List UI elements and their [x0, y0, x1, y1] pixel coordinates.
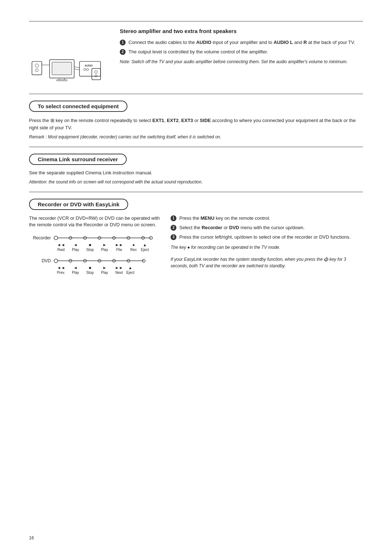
rec-btn-stop-icon: ■: [83, 243, 97, 247]
easylink-left: The recorder (VCR or DVD+RW) or DVD can …: [29, 215, 160, 275]
svg-line-12: [74, 67, 79, 68]
dvd-btn-play1-icon: ◄: [68, 266, 83, 270]
section-divider-2: [29, 147, 363, 147]
svg-rect-7: [79, 61, 101, 76]
section-divider-3: [29, 192, 363, 192]
rec-btn-eject-label: Eject: [141, 248, 149, 252]
rec-btn-rec-icon: ●: [126, 243, 141, 247]
easylink-key-note-2: If your EasyLink recorder has the system…: [171, 256, 363, 269]
svg-point-10: [86, 69, 89, 71]
recorder-label: Recorder: [29, 235, 51, 240]
stereo-diagram-container: AUDIO: [29, 28, 109, 87]
dvd-btn-eject-label: Eject: [126, 271, 134, 275]
recorder-diagram: Recorder: [29, 234, 160, 275]
recorder-line-svg: [53, 234, 155, 242]
easylink-step-3: 3 Press the cursor left/right, up/down t…: [171, 234, 363, 240]
dvd-btn-prev-label: Prev.: [54, 271, 68, 275]
svg-rect-5: [59, 78, 65, 80]
stereo-step-1-text: Connect the audio cables to the AUDIO in…: [128, 39, 355, 46]
easylink-heading: Recorder or DVD with EasyLink: [29, 199, 128, 210]
rec-btn-play1-label: Play: [68, 248, 83, 252]
svg-point-2: [36, 69, 38, 72]
stereo-diagram-svg: AUDIO: [29, 28, 105, 86]
stereo-step-2: 2 The output level is controlled by the …: [120, 49, 363, 55]
rec-btn-rec-label: Rec: [126, 248, 141, 252]
svg-rect-0: [32, 61, 42, 75]
select-section: To select connected equipment Press the …: [29, 101, 363, 140]
svg-point-1: [35, 64, 39, 68]
step-num-1: 1: [120, 40, 126, 45]
page-content: AUDIO Stereo amplifier and two extra fro…: [29, 21, 363, 275]
dvd-label: DVD: [29, 258, 51, 263]
select-heading: To select connected equipment: [29, 101, 127, 112]
stereo-section: AUDIO Stereo amplifier and two extra fro…: [29, 28, 363, 87]
select-remark: Remark : Most equipment (decoder, record…: [29, 134, 363, 140]
section-divider-1: [29, 94, 363, 94]
easylink-body: The recorder (VCR or DVD+RW) or DVD can …: [29, 215, 363, 275]
svg-rect-14: [92, 69, 101, 80]
svg-point-16: [95, 75, 97, 77]
stereo-info: Stereo amplifier and two extra front spe…: [120, 28, 363, 87]
rec-btn-stop-label: Stop: [83, 248, 97, 252]
svg-text:AUDIO: AUDIO: [85, 64, 93, 67]
cinema-body: See the separate supplied Cinema Link in…: [29, 170, 363, 175]
dvd-btn-play2-icon: ►: [97, 266, 112, 270]
stereo-steps: 1 Connect the audio cables to the AUDIO …: [120, 39, 363, 55]
easylink-step-3-text: Press the cursor left/right, up/down to …: [179, 234, 351, 240]
dvd-btn-play1-label: Play: [68, 271, 83, 275]
rec-btn-play2-icon: ►: [97, 243, 112, 247]
svg-point-26: [54, 259, 58, 263]
svg-point-17: [54, 236, 58, 240]
easylink-step-1: 1 Press the MENU key on the remote contr…: [171, 215, 363, 222]
easylink-step-1-text: Press the MENU key on the remote control…: [179, 215, 270, 222]
step-num-2: 2: [120, 49, 126, 55]
dvd-btn-next-label: Next: [112, 271, 126, 275]
easylink-step-2: 2 Select the Recorder or DVD menu with t…: [171, 224, 363, 231]
svg-rect-4: [52, 62, 72, 75]
page-number: 16: [29, 535, 34, 540]
rec-btn-eject-icon: ▲: [141, 243, 149, 247]
svg-line-13: [74, 69, 79, 70]
dvd-line-svg: [53, 257, 147, 265]
dvd-btn-play2-label: Play: [97, 271, 112, 275]
svg-point-9: [84, 69, 86, 71]
cinema-heading: Cinema Link surround receiver: [29, 154, 127, 165]
rec-btn-ffw-label: Ffw: [112, 248, 126, 252]
easylink-desc: The recorder (VCR or DVD+RW) or DVD can …: [29, 215, 160, 228]
svg-point-15: [95, 70, 98, 73]
cinema-section: Cinema Link surround receiver See the se…: [29, 154, 363, 185]
stereo-title: Stereo amplifier and two extra front spe…: [120, 28, 363, 34]
cinema-attention: Attention: the sound info on screen will…: [29, 179, 363, 185]
rec-btn-ffw-icon: ►►: [112, 243, 126, 247]
stereo-note: Note: Switch off the TV and your audio a…: [120, 59, 363, 65]
dvd-btn-eject-icon: ▲: [126, 266, 134, 270]
rec-btn-play2-label: Play: [97, 248, 112, 252]
easylink-key-note-1: The key ● for recording can be operated …: [171, 244, 363, 251]
rec-btn-rwd-icon: ◄◄: [54, 243, 68, 247]
easylink-right: 1 Press the MENU key on the remote contr…: [171, 215, 363, 275]
dvd-btn-prev-icon: ◄◄: [54, 266, 68, 270]
easylink-section: Recorder or DVD with EasyLink The record…: [29, 199, 363, 275]
rec-btn-play1-icon: ◄: [68, 243, 83, 247]
easylink-steps: 1 Press the MENU key on the remote contr…: [171, 215, 363, 241]
stereo-step-2-text: The output level is controlled by the vo…: [128, 49, 268, 55]
dvd-btn-stop-icon: ■: [83, 266, 97, 270]
rec-btn-rwd-label: Rwd: [54, 248, 68, 252]
easylink-step-num-1: 1: [171, 215, 176, 221]
dvd-btn-next-icon: ►►: [112, 266, 126, 270]
dvd-btn-stop-label: Stop: [83, 271, 97, 275]
svg-rect-6: [57, 80, 67, 81]
easylink-step-num-2: 2: [171, 225, 176, 231]
top-divider: [29, 21, 363, 21]
easylink-step-num-3: 3: [171, 234, 176, 240]
stereo-step-1: 1 Connect the audio cables to the AUDIO …: [120, 39, 363, 46]
select-body: Press the ⊞ key on the remote control re…: [29, 117, 363, 131]
easylink-step-2-text: Select the Recorder or DVD menu with the…: [179, 224, 305, 231]
